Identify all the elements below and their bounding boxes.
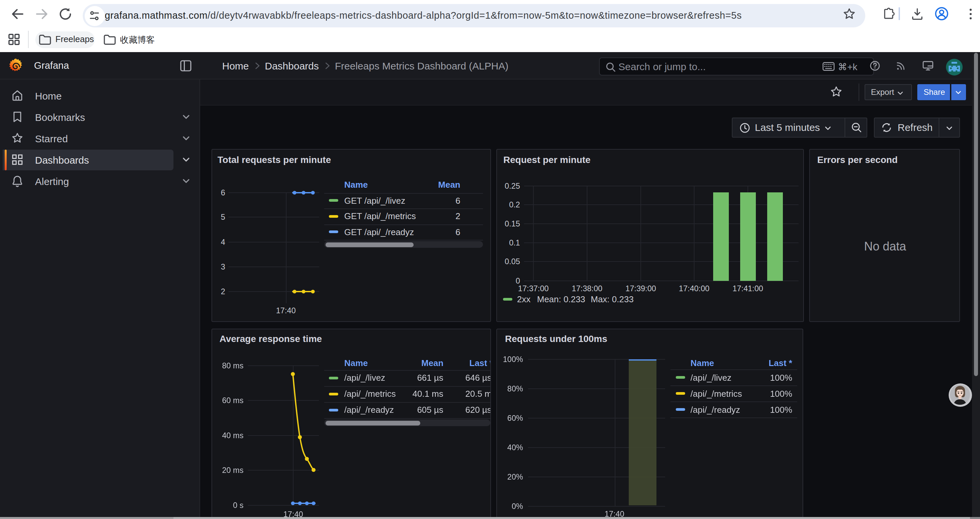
svg-text:80%: 80% — [508, 384, 523, 393]
svg-text:20 ms: 20 ms — [222, 466, 243, 474]
svg-text:17:40:00: 17:40:00 — [679, 284, 710, 293]
svg-text:100%: 100% — [503, 355, 523, 363]
svg-text:0.2: 0.2 — [509, 200, 520, 209]
svg-text:4: 4 — [221, 238, 225, 246]
svg-text:0.25: 0.25 — [505, 182, 520, 190]
svg-text:Max: 0.233: Max: 0.233 — [591, 294, 634, 304]
svg-text:17:38:00: 17:38:00 — [572, 284, 602, 293]
svg-text:0.05: 0.05 — [505, 257, 520, 266]
svg-text:60%: 60% — [508, 414, 523, 422]
svg-text:17:37:00: 17:37:00 — [518, 284, 549, 293]
svg-text:20%: 20% — [508, 472, 523, 481]
svg-text:0%: 0% — [512, 501, 523, 510]
svg-text:Mean: 0.233: Mean: 0.233 — [537, 294, 585, 304]
svg-text:17:39:00: 17:39:00 — [625, 284, 656, 293]
svg-text:0.1: 0.1 — [509, 238, 520, 247]
svg-text:0.15: 0.15 — [505, 219, 520, 228]
svg-text:17:41:00: 17:41:00 — [732, 284, 763, 293]
svg-text:40%: 40% — [508, 443, 523, 452]
svg-text:3: 3 — [221, 262, 225, 271]
svg-text:0 s: 0 s — [233, 501, 243, 509]
svg-text:2xx: 2xx — [517, 294, 530, 304]
svg-text:60 ms: 60 ms — [222, 396, 243, 404]
svg-text:2: 2 — [221, 287, 225, 296]
svg-text:6: 6 — [221, 188, 225, 197]
svg-text:5: 5 — [221, 213, 225, 222]
svg-text:80 ms: 80 ms — [222, 361, 243, 370]
svg-text:17:40: 17:40 — [275, 306, 295, 315]
svg-text:40 ms: 40 ms — [222, 431, 243, 439]
